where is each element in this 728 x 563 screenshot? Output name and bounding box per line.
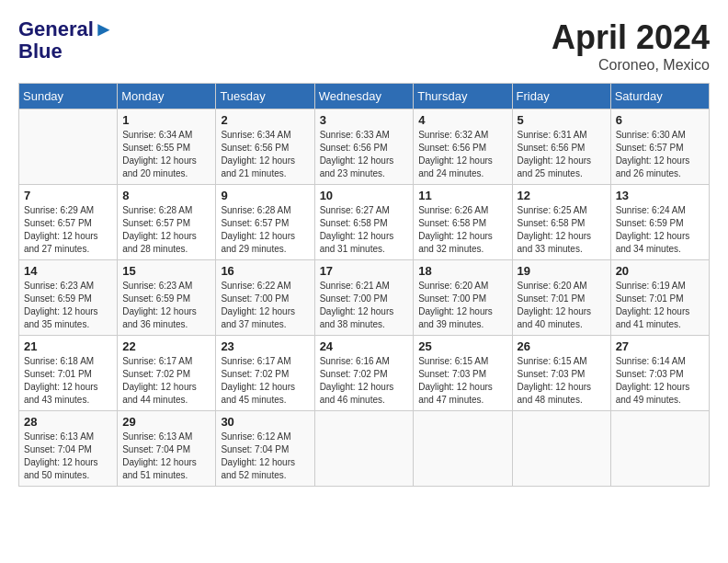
day-number: 5 <box>518 113 606 127</box>
day-number: 11 <box>418 189 506 202</box>
day-info: Sunrise: 6:28 AM Sunset: 6:57 PM Dayligh… <box>122 204 210 256</box>
day-number: 7 <box>24 189 112 202</box>
day-number: 8 <box>122 189 210 202</box>
calendar-week-row: 1Sunrise: 6:34 AM Sunset: 6:55 PM Daylig… <box>19 109 710 185</box>
calendar-cell: 30Sunrise: 6:12 AM Sunset: 7:04 PM Dayli… <box>216 411 314 487</box>
day-info: Sunrise: 6:30 AM Sunset: 6:57 PM Dayligh… <box>616 129 704 180</box>
day-info: Sunrise: 6:14 AM Sunset: 7:03 PM Dayligh… <box>616 355 704 407</box>
day-number: 18 <box>418 264 506 278</box>
day-number: 2 <box>221 113 309 127</box>
day-info: Sunrise: 6:28 AM Sunset: 6:57 PM Dayligh… <box>221 204 309 256</box>
calendar-cell: 20Sunrise: 6:19 AM Sunset: 7:01 PM Dayli… <box>610 260 709 336</box>
calendar-cell <box>610 411 709 487</box>
weekday-header: Monday <box>118 84 216 109</box>
weekday-header: Tuesday <box>216 84 314 109</box>
calendar-cell: 28Sunrise: 6:13 AM Sunset: 7:04 PM Dayli… <box>19 411 118 487</box>
day-number: 15 <box>122 264 210 278</box>
calendar-cell: 1Sunrise: 6:34 AM Sunset: 6:55 PM Daylig… <box>118 109 216 185</box>
calendar-cell: 9Sunrise: 6:28 AM Sunset: 6:57 PM Daylig… <box>216 185 314 260</box>
day-info: Sunrise: 6:20 AM Sunset: 7:01 PM Dayligh… <box>518 280 606 331</box>
calendar-cell: 3Sunrise: 6:33 AM Sunset: 6:56 PM Daylig… <box>314 109 414 185</box>
weekday-header: Thursday <box>414 84 512 109</box>
day-number: 12 <box>518 189 606 202</box>
calendar-cell: 17Sunrise: 6:21 AM Sunset: 7:00 PM Dayli… <box>314 260 414 336</box>
day-info: Sunrise: 6:12 AM Sunset: 7:04 PM Dayligh… <box>221 431 309 482</box>
day-info: Sunrise: 6:15 AM Sunset: 7:03 PM Dayligh… <box>518 355 606 407</box>
calendar-cell: 22Sunrise: 6:17 AM Sunset: 7:02 PM Dayli… <box>118 336 216 411</box>
day-number: 26 <box>518 339 606 353</box>
day-number: 6 <box>616 113 704 127</box>
day-number: 3 <box>320 113 409 127</box>
day-number: 4 <box>418 113 506 127</box>
weekday-header: Saturday <box>610 84 709 109</box>
calendar-cell: 25Sunrise: 6:15 AM Sunset: 7:03 PM Dayli… <box>414 336 512 411</box>
day-number: 16 <box>221 264 309 278</box>
calendar-table: SundayMondayTuesdayWednesdayThursdayFrid… <box>18 83 710 487</box>
weekday-header: Wednesday <box>314 84 414 109</box>
calendar-cell: 21Sunrise: 6:18 AM Sunset: 7:01 PM Dayli… <box>19 336 118 411</box>
calendar-cell: 14Sunrise: 6:23 AM Sunset: 6:59 PM Dayli… <box>19 260 118 336</box>
page-header: General►Blue April 2024 Coroneo, Mexico <box>18 18 710 74</box>
calendar-cell: 10Sunrise: 6:27 AM Sunset: 6:58 PM Dayli… <box>314 185 414 260</box>
day-info: Sunrise: 6:26 AM Sunset: 6:58 PM Dayligh… <box>418 204 506 256</box>
day-number: 19 <box>518 264 606 278</box>
day-info: Sunrise: 6:33 AM Sunset: 6:56 PM Dayligh… <box>320 129 409 180</box>
day-info: Sunrise: 6:15 AM Sunset: 7:03 PM Dayligh… <box>418 355 506 407</box>
day-info: Sunrise: 6:19 AM Sunset: 7:01 PM Dayligh… <box>616 280 704 331</box>
day-info: Sunrise: 6:13 AM Sunset: 7:04 PM Dayligh… <box>122 431 210 482</box>
location-title: Coroneo, Mexico <box>552 57 710 74</box>
day-number: 29 <box>122 415 210 429</box>
calendar-cell <box>414 411 512 487</box>
day-info: Sunrise: 6:34 AM Sunset: 6:56 PM Dayligh… <box>221 129 309 180</box>
calendar-cell: 4Sunrise: 6:32 AM Sunset: 6:56 PM Daylig… <box>414 109 512 185</box>
day-number: 23 <box>221 339 309 353</box>
day-number: 21 <box>24 339 112 353</box>
day-info: Sunrise: 6:18 AM Sunset: 7:01 PM Dayligh… <box>24 355 112 407</box>
day-info: Sunrise: 6:17 AM Sunset: 7:02 PM Dayligh… <box>221 355 309 407</box>
calendar-cell: 24Sunrise: 6:16 AM Sunset: 7:02 PM Dayli… <box>314 336 414 411</box>
title-area: April 2024 Coroneo, Mexico <box>552 18 710 74</box>
logo: General►Blue <box>18 18 114 63</box>
day-info: Sunrise: 6:21 AM Sunset: 7:00 PM Dayligh… <box>320 280 409 331</box>
calendar-cell <box>512 411 610 487</box>
day-info: Sunrise: 6:13 AM Sunset: 7:04 PM Dayligh… <box>24 431 112 482</box>
day-info: Sunrise: 6:17 AM Sunset: 7:02 PM Dayligh… <box>122 355 210 407</box>
calendar-cell: 7Sunrise: 6:29 AM Sunset: 6:57 PM Daylig… <box>19 185 118 260</box>
day-info: Sunrise: 6:34 AM Sunset: 6:55 PM Dayligh… <box>122 129 210 180</box>
day-number: 30 <box>221 415 309 429</box>
calendar-week-row: 28Sunrise: 6:13 AM Sunset: 7:04 PM Dayli… <box>19 411 710 487</box>
calendar-cell: 23Sunrise: 6:17 AM Sunset: 7:02 PM Dayli… <box>216 336 314 411</box>
calendar-cell: 29Sunrise: 6:13 AM Sunset: 7:04 PM Dayli… <box>118 411 216 487</box>
day-number: 25 <box>418 339 506 353</box>
day-info: Sunrise: 6:32 AM Sunset: 6:56 PM Dayligh… <box>418 129 506 180</box>
weekday-header: Sunday <box>19 84 118 109</box>
day-number: 20 <box>616 264 704 278</box>
calendar-cell <box>314 411 414 487</box>
calendar-cell: 16Sunrise: 6:22 AM Sunset: 7:00 PM Dayli… <box>216 260 314 336</box>
calendar-cell: 8Sunrise: 6:28 AM Sunset: 6:57 PM Daylig… <box>118 185 216 260</box>
day-info: Sunrise: 6:31 AM Sunset: 6:56 PM Dayligh… <box>518 129 606 180</box>
calendar-week-row: 21Sunrise: 6:18 AM Sunset: 7:01 PM Dayli… <box>19 336 710 411</box>
calendar-cell: 26Sunrise: 6:15 AM Sunset: 7:03 PM Dayli… <box>512 336 610 411</box>
day-info: Sunrise: 6:16 AM Sunset: 7:02 PM Dayligh… <box>320 355 409 407</box>
logo-text: General►Blue <box>18 18 114 63</box>
day-number: 14 <box>24 264 112 278</box>
day-info: Sunrise: 6:24 AM Sunset: 6:59 PM Dayligh… <box>616 204 704 256</box>
day-info: Sunrise: 6:22 AM Sunset: 7:00 PM Dayligh… <box>221 280 309 331</box>
day-number: 17 <box>320 264 409 278</box>
day-number: 1 <box>122 113 210 127</box>
day-number: 13 <box>616 189 704 202</box>
day-number: 9 <box>221 189 309 202</box>
calendar-week-row: 14Sunrise: 6:23 AM Sunset: 6:59 PM Dayli… <box>19 260 710 336</box>
month-title: April 2024 <box>552 18 710 57</box>
day-number: 22 <box>122 339 210 353</box>
day-info: Sunrise: 6:25 AM Sunset: 6:58 PM Dayligh… <box>518 204 606 256</box>
weekday-header-row: SundayMondayTuesdayWednesdayThursdayFrid… <box>19 84 710 109</box>
calendar-cell: 15Sunrise: 6:23 AM Sunset: 6:59 PM Dayli… <box>118 260 216 336</box>
day-number: 10 <box>320 189 409 202</box>
calendar-cell: 18Sunrise: 6:20 AM Sunset: 7:00 PM Dayli… <box>414 260 512 336</box>
calendar-cell: 19Sunrise: 6:20 AM Sunset: 7:01 PM Dayli… <box>512 260 610 336</box>
day-number: 24 <box>320 339 409 353</box>
calendar-cell: 11Sunrise: 6:26 AM Sunset: 6:58 PM Dayli… <box>414 185 512 260</box>
day-info: Sunrise: 6:29 AM Sunset: 6:57 PM Dayligh… <box>24 204 112 256</box>
